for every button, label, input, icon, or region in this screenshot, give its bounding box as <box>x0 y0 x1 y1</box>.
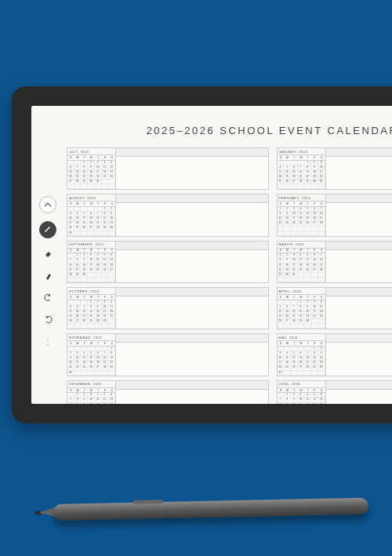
month-label: JULY, 2025 <box>67 148 115 155</box>
pen-icon <box>44 226 52 234</box>
pen-tool[interactable] <box>39 221 56 238</box>
mini-calendar: MARCH, 2026SMTWTFS1234567891011121314151… <box>278 242 326 282</box>
month-notes[interactable] <box>116 148 268 189</box>
month-label: OCTOBER, 2025 <box>67 288 115 295</box>
tablet-frame: 2025–2026 SCHOOL EVENT CALENDAR JULY, 20… <box>12 86 392 423</box>
month-row: JUNE, 2026SMTWTFS12345678910111213141516… <box>277 380 393 404</box>
month-label: APRIL, 2026 <box>278 288 325 295</box>
mini-calendar: SEPTEMBER, 2025SMTWTFS123456789101112131… <box>67 242 116 282</box>
month-row: APRIL, 2026SMTWTFS1234567891011121314151… <box>277 287 393 329</box>
month-label: NOVEMBER, 2025 <box>67 334 115 341</box>
mini-calendar: MAY, 2026SMTWTFS123456789101112131415161… <box>278 334 326 375</box>
month-label: FEBRUARY, 2026 <box>278 194 325 202</box>
mini-calendar: NOVEMBER, 2025SMTWTFS1234567891011121314… <box>67 334 116 375</box>
month-notes[interactable] <box>326 334 393 375</box>
month-row: FEBRUARY, 2026SMTWTFS1234567891011121314… <box>277 194 393 236</box>
month-label: DECEMBER, 2025 <box>67 381 115 388</box>
highlighter-icon <box>44 271 53 280</box>
month-row: MARCH, 2026SMTWTFS1234567891011121314151… <box>277 241 393 283</box>
calendar-column: JANUARY, 2026SMTWTFS12345678910111213141… <box>277 147 393 404</box>
toolbar: ⋮ <box>39 196 56 346</box>
month-notes[interactable] <box>116 288 268 329</box>
month-notes[interactable] <box>116 242 268 282</box>
month-label: MARCH, 2026 <box>278 242 325 249</box>
redo-button[interactable] <box>41 312 55 326</box>
mini-calendar: OCTOBER, 2025SMTWTFS12345678910111213141… <box>67 288 116 329</box>
undo-icon <box>44 293 53 302</box>
eraser-icon <box>44 249 53 258</box>
stylus-pen <box>39 498 368 521</box>
month-row: DECEMBER, 2025SMTWTFS1234567891011121314… <box>67 380 269 404</box>
mini-calendar: JULY, 2025SMTWTFS12345678910111213141516… <box>67 148 116 189</box>
month-notes[interactable] <box>116 334 268 375</box>
mini-calendar: APRIL, 2026SMTWTFS1234567891011121314151… <box>278 288 326 329</box>
month-label: MAY, 2026 <box>278 334 325 341</box>
page-title: 2025–2026 SCHOOL EVENT CALENDAR <box>67 125 392 136</box>
mini-calendar: FEBRUARY, 2026SMTWTFS1234567891011121314… <box>278 194 326 235</box>
month-label: JUNE, 2026 <box>278 381 325 388</box>
toolbar-collapse[interactable] <box>39 196 56 213</box>
redo-icon <box>44 315 53 324</box>
month-notes[interactable] <box>326 148 393 189</box>
mini-calendar: DECEMBER, 2025SMTWTFS1234567891011121314… <box>67 381 116 404</box>
more-button[interactable]: ⋮ <box>44 337 53 346</box>
highlighter-tool[interactable] <box>41 268 55 282</box>
month-row: SEPTEMBER, 2025SMTWTFS123456789101112131… <box>67 241 269 283</box>
chevron-up-icon <box>44 201 52 209</box>
mini-calendar: JUNE, 2026SMTWTFS12345678910111213141516… <box>278 381 326 404</box>
month-notes[interactable] <box>116 194 268 235</box>
tablet-screen: 2025–2026 SCHOOL EVENT CALENDAR JULY, 20… <box>31 106 392 404</box>
mini-calendar: AUGUST, 2025SMTWTFS123456789101112131415… <box>67 194 116 235</box>
month-row: JANUARY, 2026SMTWTFS12345678910111213141… <box>277 147 393 190</box>
month-notes[interactable] <box>326 381 393 404</box>
month-notes[interactable] <box>326 288 393 329</box>
month-row: MAY, 2026SMTWTFS123456789101112131415161… <box>277 333 393 376</box>
undo-button[interactable] <box>41 290 55 304</box>
month-label: JANUARY, 2026 <box>278 148 325 155</box>
month-row: AUGUST, 2025SMTWTFS123456789101112131415… <box>67 194 269 236</box>
mini-calendar: JANUARY, 2026SMTWTFS12345678910111213141… <box>278 148 326 189</box>
month-row: NOVEMBER, 2025SMTWTFS1234567891011121314… <box>67 333 269 376</box>
month-row: OCTOBER, 2025SMTWTFS12345678910111213141… <box>67 287 269 329</box>
calendar-page: 2025–2026 SCHOOL EVENT CALENDAR JULY, 20… <box>31 106 392 404</box>
eraser-tool[interactable] <box>41 246 55 260</box>
month-row: JULY, 2025SMTWTFS12345678910111213141516… <box>67 147 269 190</box>
month-notes[interactable] <box>326 242 393 282</box>
month-notes[interactable] <box>326 194 393 235</box>
month-label: AUGUST, 2025 <box>67 194 115 202</box>
month-notes[interactable] <box>116 381 268 404</box>
month-label: SEPTEMBER, 2025 <box>67 242 115 249</box>
calendar-column: JULY, 2025SMTWTFS12345678910111213141516… <box>67 147 269 404</box>
calendar-grid: JULY, 2025SMTWTFS12345678910111213141516… <box>67 147 392 404</box>
